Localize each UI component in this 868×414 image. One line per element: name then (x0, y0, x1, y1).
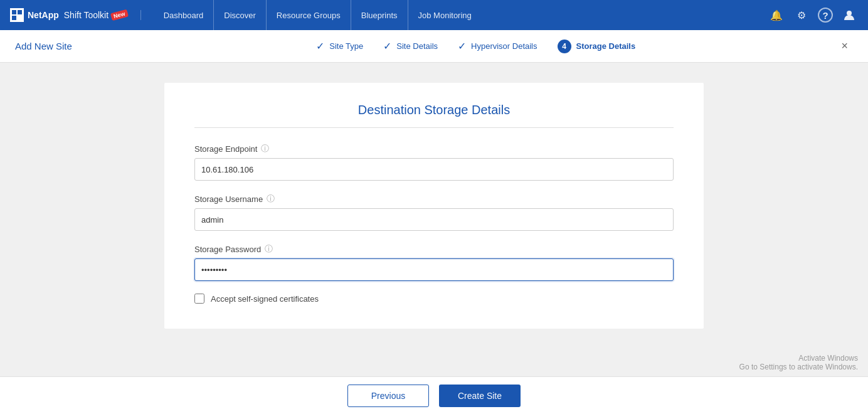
subheader: Add New Site ✓ Site Type ✓ Site Details … (0, 30, 868, 63)
storage-username-label-row: Storage Username ⓘ (194, 193, 674, 204)
step-3: ✓ Hypervisor Details (458, 40, 537, 52)
stepper: ✓ Site Type ✓ Site Details ✓ Hypervisor … (115, 40, 836, 53)
storage-password-input[interactable] (194, 258, 674, 281)
step-1-check-icon: ✓ (316, 40, 324, 52)
footer-bar: Previous Create Site (0, 376, 868, 414)
self-signed-label[interactable]: Accept self-signed certificates (211, 294, 319, 304)
step-4: 4 Storage Details (558, 40, 636, 53)
brand-area: NetApp Shift Toolkit New (10, 8, 141, 22)
step-2-check-icon: ✓ (383, 40, 391, 52)
storage-password-label: Storage Password (194, 245, 261, 254)
create-site-button[interactable]: Create Site (439, 385, 521, 407)
navbar-icons: 🔔 ⚙ ? (768, 6, 858, 24)
storage-endpoint-input[interactable] (194, 158, 674, 181)
toolkit-text: Shift Toolkit (64, 10, 109, 20)
logo-icon (10, 8, 24, 22)
storage-username-group: Storage Username ⓘ (194, 193, 674, 231)
step-4-label: Storage Details (576, 41, 636, 51)
help-icon[interactable]: ? (818, 8, 833, 23)
nav-job-monitoring[interactable]: Job Monitoring (408, 0, 482, 30)
bell-icon[interactable]: 🔔 (768, 6, 785, 24)
storage-username-input[interactable] (194, 208, 674, 231)
nav-discover[interactable]: Discover (214, 0, 267, 30)
svg-point-3 (847, 11, 852, 16)
gear-icon[interactable]: ⚙ (793, 6, 810, 24)
step-1: ✓ Site Type (316, 40, 363, 52)
main-content: Destination Storage Details Storage Endp… (0, 63, 868, 376)
step-3-check-icon: ✓ (458, 40, 466, 52)
nav-blueprints[interactable]: Blueprints (351, 0, 408, 30)
nav-dashboard[interactable]: Dashboard (154, 0, 214, 30)
shift-toolkit-label: Shift Toolkit New (64, 10, 141, 20)
svg-rect-1 (18, 10, 22, 14)
svg-rect-2 (12, 16, 16, 20)
storage-password-info-icon[interactable]: ⓘ (265, 243, 273, 255)
nav-resource-groups[interactable]: Resource Groups (267, 0, 351, 30)
step-2: ✓ Site Details (383, 40, 438, 52)
navbar: NetApp Shift Toolkit New Dashboard Disco… (0, 0, 868, 30)
page-title: Add New Site (15, 41, 115, 51)
previous-button[interactable]: Previous (347, 385, 429, 407)
step-3-label: Hypervisor Details (471, 41, 537, 51)
form-container: Destination Storage Details Storage Endp… (164, 83, 704, 329)
storage-password-label-row: Storage Password ⓘ (194, 243, 674, 255)
svg-rect-0 (12, 10, 16, 14)
user-icon[interactable] (840, 6, 858, 24)
storage-password-group: Storage Password ⓘ (194, 243, 674, 281)
storage-username-label: Storage Username (194, 194, 263, 204)
brand-name: NetApp (28, 10, 59, 20)
step-1-label: Site Type (329, 41, 363, 51)
storage-endpoint-label: Storage Endpoint (194, 144, 257, 154)
storage-endpoint-info-icon[interactable]: ⓘ (261, 143, 269, 154)
form-title: Destination Storage Details (194, 103, 674, 128)
new-badge: New (110, 9, 129, 21)
storage-username-info-icon[interactable]: ⓘ (267, 193, 275, 204)
nav-links: Dashboard Discover Resource Groups Bluep… (154, 0, 768, 30)
self-signed-checkbox-row: Accept self-signed certificates (194, 294, 674, 304)
step-2-label: Site Details (396, 41, 438, 51)
step-4-number: 4 (558, 40, 571, 53)
close-button[interactable]: × (836, 37, 853, 55)
storage-endpoint-group: Storage Endpoint ⓘ (194, 143, 674, 181)
self-signed-checkbox[interactable] (194, 294, 204, 304)
netapp-logo: NetApp (10, 8, 59, 22)
storage-endpoint-label-row: Storage Endpoint ⓘ (194, 143, 674, 154)
